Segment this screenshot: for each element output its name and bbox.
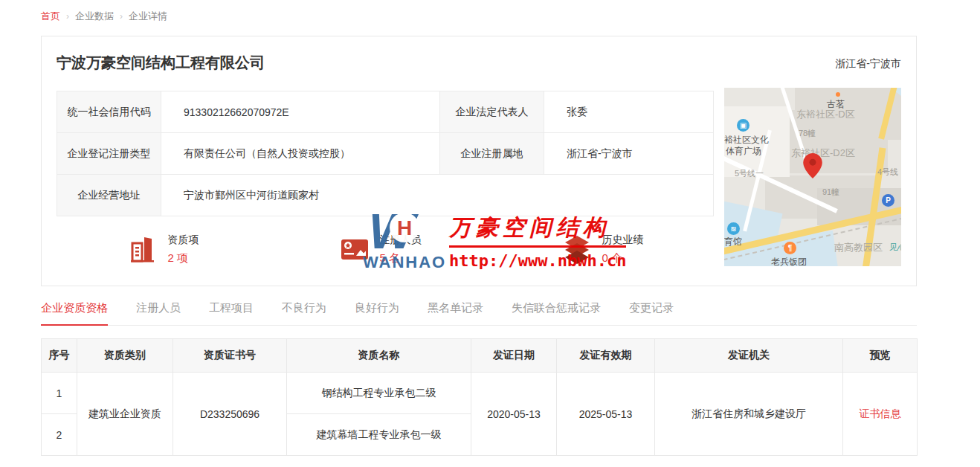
cert-no-cell: D233250696 [173, 373, 287, 456]
breadcrumb-home[interactable]: 首页 [41, 10, 60, 23]
qual-name-cell: 建筑幕墙工程专业承包一级 [287, 414, 471, 456]
tab-good-behavior[interactable]: 良好行为 [355, 301, 399, 325]
issue-date-cell: 2020-05-13 [471, 373, 557, 456]
detail-tabs: 企业资质资格 注册人员 工程项目 不良行为 良好行为 黑名单记录 失信联合惩戒记… [41, 301, 917, 326]
tab-qualifications[interactable]: 企业资质资格 [41, 301, 108, 326]
col-category: 资质类别 [77, 339, 173, 373]
address-label: 企业经营地址 [57, 175, 161, 216]
stat-history-performance[interactable]: 历史业绩 0 个 [561, 233, 644, 265]
breadcrumb-enterprise-data[interactable]: 企业数据 [75, 10, 114, 23]
qual-name-cell: 钢结构工程专业承包二级 [287, 373, 471, 414]
col-name: 资质名称 [287, 339, 471, 373]
tab-blacklist[interactable]: 黑名单记录 [428, 301, 483, 325]
legal-rep-label: 企业法定代表人 [440, 91, 544, 133]
reg-type-value: 有限责任公司（自然人投资或控股） [161, 133, 440, 175]
stat-registered-staff[interactable]: 注册人员 5 名 [338, 233, 422, 265]
company-info-table: 统一社会信用代码 91330212662070972E 企业法定代表人 张委 企… [57, 91, 714, 216]
col-seq: 序号 [42, 339, 77, 373]
tab-registered-staff[interactable]: 注册人员 [136, 301, 181, 325]
layers-icon [561, 233, 593, 265]
seq-cell: 1 [42, 373, 77, 414]
map-label: 育馆 [724, 236, 742, 248]
credit-code-value: 91330212662070972E [161, 91, 440, 133]
preview-cell: 证书信息 [843, 373, 918, 456]
tab-bad-behavior[interactable]: 不良行为 [282, 301, 326, 325]
col-issue-date: 发证日期 [471, 339, 557, 373]
tab-projects[interactable]: 工程项目 [209, 301, 254, 325]
stat-label: 注册人员 [380, 234, 422, 247]
map-culture-icon[interactable]: ▣ [737, 119, 749, 132]
table-row: 企业经营地址 宁波市鄞州区中河街道顾家村 [57, 175, 714, 216]
map-label: 老兵饭团 [771, 256, 807, 266]
map-gym-icon[interactable]: ≋ [727, 222, 740, 235]
map-pin-icon[interactable] [803, 153, 822, 178]
map-label: 78幢 [799, 128, 816, 139]
company-name: 宁波万豪空间结构工程有限公司 [57, 53, 265, 73]
credit-code-label: 统一社会信用代码 [57, 91, 161, 133]
map-label: 91幢 [822, 187, 839, 198]
certificate-icon [338, 233, 371, 265]
breadcrumb-separator: › [120, 11, 123, 22]
col-valid-until: 发证有效期 [557, 339, 655, 373]
valid-until-cell: 2025-05-13 [557, 373, 655, 456]
col-cert-no: 资质证书号 [173, 339, 287, 373]
table-row: 统一社会信用代码 91330212662070972E 企业法定代表人 张委 [57, 91, 714, 133]
address-value: 宁波市鄞州区中河街道顾家村 [161, 175, 714, 216]
stat-count[interactable]: 5 名 [380, 251, 422, 265]
table-header-row: 序号 资质类别 资质证书号 资质名称 发证日期 发证有效期 发证机关 预览 [42, 339, 918, 373]
building-icon [126, 233, 159, 265]
col-authority: 发证机关 [655, 339, 843, 373]
map-label: 5号线一 [735, 168, 764, 179]
certificate-info-link[interactable]: 证书信息 [860, 408, 901, 419]
stat-count[interactable]: 2 项 [168, 251, 199, 265]
map-poi-dot [836, 92, 840, 97]
col-preview: 预览 [843, 339, 918, 373]
map-label: 体育广场 [726, 145, 761, 158]
reg-region-label: 企业注册属地 [440, 133, 544, 175]
seq-cell: 2 [42, 414, 77, 456]
map-parking-icon[interactable]: P [882, 194, 894, 207]
breadcrumb: 首页 › 企业数据 › 企业详情 [41, 10, 167, 23]
map-label: 东裕社区-D区 [796, 108, 855, 121]
qualification-table: 序号 资质类别 资质证书号 资质名称 发证日期 发证有效期 发证机关 预览 1 … [41, 338, 918, 456]
table-row: 1 建筑业企业资质 D233250696 钢结构工程专业承包二级 2020-05… [42, 373, 918, 414]
company-region: 浙江省-宁波市 [835, 57, 901, 71]
stat-qualifications[interactable]: 资质项 2 项 [126, 233, 199, 265]
map-label: 见心 [889, 241, 901, 254]
reg-region-value: 浙江省-宁波市 [544, 133, 714, 175]
tab-change-records[interactable]: 变更记录 [629, 301, 674, 325]
company-stats: 资质项 2 项 注册人员 5 名 历史业 [57, 222, 713, 276]
breadcrumb-enterprise-detail[interactable]: 企业详情 [129, 10, 167, 23]
breadcrumb-separator: › [66, 11, 69, 22]
map-label: 4号线 [877, 167, 898, 178]
table-row: 企业登记注册类型 有限责任公司（自然人投资或控股） 企业注册属地 浙江省-宁波市 [57, 133, 714, 175]
stat-label: 资质项 [168, 234, 199, 247]
tab-dishonesty-records[interactable]: 失信联合惩戒记录 [512, 301, 601, 325]
map-label: 南高教园区 [834, 241, 883, 254]
map-restaurant-icon[interactable]: ¶ [784, 242, 796, 254]
reg-type-label: 企业登记注册类型 [57, 133, 161, 175]
company-card: 宁波万豪空间结构工程有限公司 浙江省-宁波市 统一社会信用代码 91330212… [41, 36, 917, 286]
legal-rep-value: 张委 [544, 91, 714, 133]
category-cell: 建筑业企业资质 [77, 373, 173, 456]
stat-label: 历史业绩 [602, 234, 644, 247]
stat-count[interactable]: 0 个 [602, 251, 644, 265]
map-label: 东裕社区-D2区 [791, 146, 855, 160]
location-map[interactable]: 古茗 东裕社区-D区 78幢 东裕社区-D2区 ▣ 裕社区文化 体育广场 5号线… [724, 88, 901, 266]
authority-cell: 浙江省住房和城乡建设厅 [655, 373, 843, 456]
